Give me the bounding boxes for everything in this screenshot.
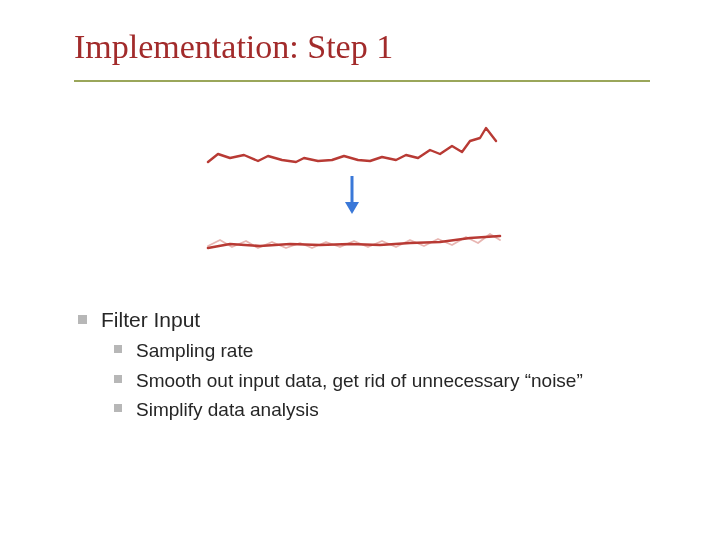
content-area: Filter Input Sampling rate Smooth out in… xyxy=(78,308,658,427)
down-arrow-icon xyxy=(345,176,359,214)
square-bullet-icon xyxy=(78,315,87,324)
list-item: Smooth out input data, get rid of unnece… xyxy=(114,368,658,394)
signal-figure xyxy=(200,116,510,266)
slide: Implementation: Step 1 Filter Input xyxy=(0,0,720,540)
list-item: Sampling rate xyxy=(114,338,658,364)
title-underline xyxy=(74,80,650,82)
square-bullet-icon xyxy=(114,404,122,412)
sub-bullet-list: Sampling rate Smooth out input data, get… xyxy=(78,338,658,423)
signal-svg xyxy=(200,116,510,266)
bullet-list: Filter Input xyxy=(78,308,658,332)
bullet-text: Filter Input xyxy=(101,308,200,332)
bullet-text: Smooth out input data, get rid of unnece… xyxy=(136,368,583,394)
square-bullet-icon xyxy=(114,345,122,353)
bullet-text: Simplify data analysis xyxy=(136,397,319,423)
svg-marker-1 xyxy=(345,202,359,214)
list-item: Simplify data analysis xyxy=(114,397,658,423)
list-item: Filter Input xyxy=(78,308,658,332)
noisy-signal-icon xyxy=(208,128,496,162)
bullet-text: Sampling rate xyxy=(136,338,253,364)
square-bullet-icon xyxy=(114,375,122,383)
slide-title: Implementation: Step 1 xyxy=(74,28,393,66)
